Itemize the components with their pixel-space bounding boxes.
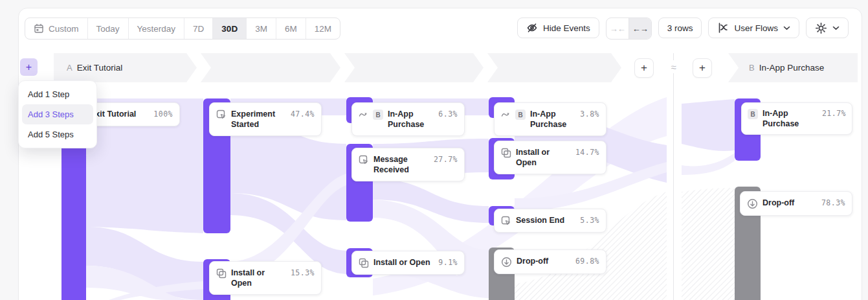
date-range-group: Custom Today Yesterday 7D 30D 3M 6M 12M xyxy=(25,17,340,40)
node-value: 15.3% xyxy=(291,268,315,277)
node-value: 69.8% xyxy=(575,256,599,266)
node-value: 78.3% xyxy=(821,198,845,207)
node-label: In-App Purchase xyxy=(388,109,428,130)
date-range-3m[interactable]: 3M xyxy=(246,18,276,39)
calendar-icon xyxy=(34,23,44,34)
approx-break-symbol: ≈ xyxy=(667,60,680,73)
prepend-step-button-right[interactable]: + xyxy=(693,58,712,78)
node-value: 5.3% xyxy=(580,215,599,225)
step-title: Exit Tutorial xyxy=(77,63,123,73)
date-range-today[interactable]: Today xyxy=(87,18,128,39)
node-value: 9.1% xyxy=(438,257,458,267)
node-label: Message Received xyxy=(373,154,425,175)
node-install-or-open[interactable]: Install or Open 14.7% xyxy=(494,141,606,174)
node-drop-off-b[interactable]: Drop-off 78.3% xyxy=(740,191,852,216)
node-value: 14.7% xyxy=(575,147,599,157)
copies-icon xyxy=(359,258,369,268)
copies-icon xyxy=(501,148,511,158)
date-range-custom[interactable]: Custom xyxy=(25,18,87,39)
cursor-click-icon xyxy=(359,155,369,165)
section-b-badge: B xyxy=(515,110,526,120)
node-drop-off[interactable]: Drop-off 69.8% xyxy=(494,249,606,274)
node-label: Install or Open xyxy=(373,257,430,268)
node-value: 27.7% xyxy=(434,154,458,164)
copies-icon xyxy=(216,268,227,279)
trend-arrow-icon xyxy=(359,110,368,119)
menu-item-add-5-steps[interactable]: Add 5 Steps xyxy=(22,124,93,144)
gear-icon xyxy=(815,22,827,34)
add-step-button-left[interactable]: + xyxy=(20,58,38,76)
collapse-expand-toggle: →← ←→ xyxy=(606,17,652,40)
rows-button[interactable]: 3 rows xyxy=(658,17,702,38)
menu-item-add-1-step[interactable]: Add 1 Step xyxy=(22,84,93,104)
node-in-app-purchase-b[interactable]: B In-App Purchase 21.7% xyxy=(741,102,852,135)
node-in-app-purchase[interactable]: B In-App Purchase 3.8% xyxy=(494,102,606,136)
step-header-3[interactable] xyxy=(344,53,484,82)
node-value: 47.4% xyxy=(291,109,315,119)
step-header-b[interactable]: B In-App Purchase xyxy=(728,53,858,82)
step-letter: B xyxy=(749,63,755,73)
step-letter: A xyxy=(67,63,72,73)
toolbar-right-cluster: Hide Events →← ←→ 3 rows User Flows xyxy=(517,17,849,38)
date-range-7d[interactable]: 7D xyxy=(184,18,212,39)
node-install-or-open[interactable]: Install or Open 15.3% xyxy=(209,261,322,295)
settings-button[interactable] xyxy=(806,17,849,38)
node-label: In-App Purchase xyxy=(530,109,570,130)
node-label: Install or Open xyxy=(231,268,286,288)
node-label: Drop-off xyxy=(517,256,548,266)
add-steps-menu: Add 1 Step Add 3 Steps Add 5 Steps xyxy=(18,80,97,148)
chevron-down-icon xyxy=(832,26,840,30)
menu-item-add-3-steps[interactable]: Add 3 Steps xyxy=(22,104,93,124)
expand-columns-button[interactable]: ←→ xyxy=(629,18,651,39)
cursor-click-icon xyxy=(501,216,511,226)
step-header-4[interactable] xyxy=(487,53,621,82)
node-label: Experiment Started xyxy=(231,109,283,130)
node-label: Session End xyxy=(516,215,564,225)
date-range-6m[interactable]: 6M xyxy=(276,18,306,39)
date-range-12m[interactable]: 12M xyxy=(306,18,340,39)
flows-chart-icon xyxy=(717,22,729,34)
step-header-a[interactable]: A Exit Tutorial xyxy=(54,53,197,82)
cursor-click-icon xyxy=(216,110,227,120)
node-install-or-open[interactable]: Install or Open 9.1% xyxy=(351,251,465,275)
drop-off-icon xyxy=(747,198,758,209)
toolbar: Custom Today Yesterday 7D 30D 3M 6M 12M … xyxy=(0,17,868,38)
collapse-columns-button[interactable]: →← xyxy=(606,18,629,39)
append-step-button[interactable]: + xyxy=(634,58,654,78)
eye-off-icon xyxy=(526,22,538,34)
date-range-label: Custom xyxy=(49,24,79,34)
section-b-badge: B xyxy=(373,110,383,120)
hide-events-button[interactable]: Hide Events xyxy=(517,17,599,38)
node-label: Drop-off xyxy=(762,198,794,208)
node-experiment-started[interactable]: Experiment Started 47.4% xyxy=(209,102,322,136)
node-label: Install or Open xyxy=(516,147,571,168)
node-value: 6.3% xyxy=(438,109,458,119)
node-session-end[interactable]: Session End 5.3% xyxy=(494,209,606,233)
view-selector-button[interactable]: User Flows xyxy=(708,17,799,38)
drop-off-icon xyxy=(501,257,512,268)
section-divider xyxy=(673,53,674,300)
date-range-yesterday[interactable]: Yesterday xyxy=(128,18,184,39)
trend-arrow-icon xyxy=(501,110,511,119)
chevron-down-icon xyxy=(783,26,790,30)
user-flows-screen: Custom Today Yesterday 7D 30D 3M 6M 12M … xyxy=(0,0,868,300)
node-message-received[interactable]: Message Received 27.7% xyxy=(351,148,465,181)
node-value: 21.7% xyxy=(822,108,846,118)
step-header-2[interactable] xyxy=(201,53,340,82)
flow-step-header-row: A Exit Tutorial xyxy=(54,53,621,82)
date-range-30d[interactable]: 30D xyxy=(212,18,246,39)
step-title: In-App Purchase xyxy=(759,63,825,73)
section-b-badge: B xyxy=(748,109,758,119)
node-value: 100% xyxy=(153,109,173,119)
node-value: 3.8% xyxy=(580,109,599,119)
node-label: In-App Purchase xyxy=(762,108,818,129)
node-in-app-purchase[interactable]: B In-App Purchase 6.3% xyxy=(351,102,465,136)
